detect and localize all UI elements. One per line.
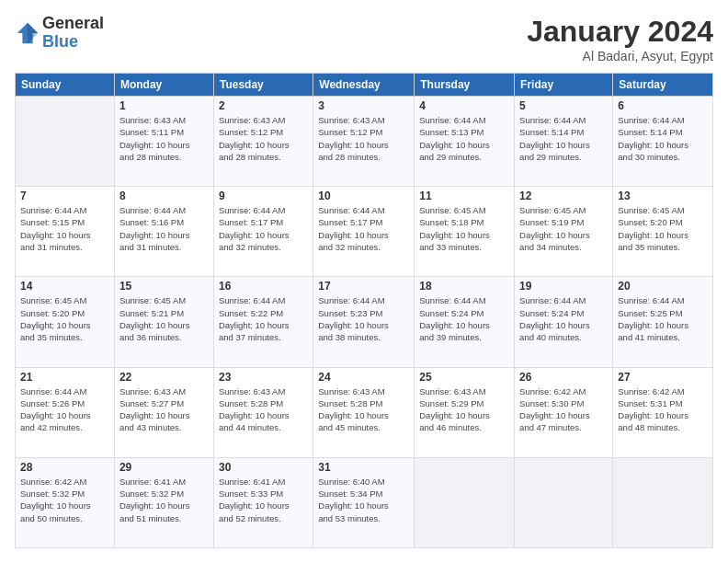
day-info: Sunrise: 6:41 AM Sunset: 5:33 PM Dayligh… — [219, 476, 308, 524]
day-number: 7 — [20, 190, 109, 202]
day-cell: 24Sunrise: 6:43 AM Sunset: 5:28 PM Dayli… — [313, 367, 415, 457]
day-number: 15 — [119, 280, 209, 293]
logo: General Blue — [15, 15, 104, 52]
day-info: Sunrise: 6:44 AM Sunset: 5:24 PM Dayligh… — [419, 294, 509, 343]
week-row-3: 14Sunrise: 6:45 AM Sunset: 5:20 PM Dayli… — [16, 277, 713, 367]
day-cell — [415, 457, 515, 547]
day-info: Sunrise: 6:44 AM Sunset: 5:13 PM Dayligh… — [419, 114, 509, 163]
day-cell: 17Sunrise: 6:44 AM Sunset: 5:23 PM Dayli… — [313, 277, 415, 367]
page: General Blue January 2024 Al Badari, Asy… — [0, 0, 728, 563]
day-info: Sunrise: 6:43 AM Sunset: 5:11 PM Dayligh… — [119, 114, 209, 163]
week-row-4: 21Sunrise: 6:44 AM Sunset: 5:26 PM Dayli… — [16, 367, 713, 457]
day-number: 31 — [318, 461, 409, 474]
day-cell: 9Sunrise: 6:44 AM Sunset: 5:17 PM Daylig… — [213, 187, 313, 277]
month-title: January 2024 — [527, 15, 713, 49]
day-number: 30 — [219, 461, 308, 474]
day-cell: 31Sunrise: 6:40 AM Sunset: 5:34 PM Dayli… — [313, 457, 415, 547]
calendar-table: Sunday Monday Tuesday Wednesday Thursday… — [15, 73, 713, 548]
col-monday: Monday — [114, 74, 213, 97]
day-info: Sunrise: 6:43 AM Sunset: 5:27 PM Dayligh… — [119, 385, 209, 434]
day-number: 24 — [318, 371, 409, 384]
day-info: Sunrise: 6:43 AM Sunset: 5:12 PM Dayligh… — [318, 114, 409, 163]
day-number: 18 — [419, 280, 509, 293]
day-cell: 1Sunrise: 6:43 AM Sunset: 5:11 PM Daylig… — [114, 97, 213, 187]
logo-text: General Blue — [42, 15, 104, 52]
day-cell: 14Sunrise: 6:45 AM Sunset: 5:20 PM Dayli… — [16, 277, 115, 367]
day-info: Sunrise: 6:40 AM Sunset: 5:34 PM Dayligh… — [318, 476, 409, 524]
day-cell — [16, 97, 115, 187]
day-number: 12 — [519, 190, 608, 202]
day-cell: 15Sunrise: 6:45 AM Sunset: 5:21 PM Dayli… — [114, 277, 213, 367]
header-row: Sunday Monday Tuesday Wednesday Thursday… — [16, 74, 713, 97]
logo-general-text: General — [42, 15, 104, 33]
day-info: Sunrise: 6:45 AM Sunset: 5:18 PM Dayligh… — [419, 204, 509, 253]
logo-blue-text: Blue — [42, 33, 104, 52]
col-sunday: Sunday — [16, 74, 115, 97]
day-info: Sunrise: 6:44 AM Sunset: 5:22 PM Dayligh… — [219, 294, 308, 343]
day-info: Sunrise: 6:45 AM Sunset: 5:20 PM Dayligh… — [618, 204, 708, 253]
day-number: 6 — [618, 99, 708, 112]
day-info: Sunrise: 6:44 AM Sunset: 5:24 PM Dayligh… — [519, 294, 608, 343]
day-number: 17 — [318, 280, 409, 293]
day-cell: 11Sunrise: 6:45 AM Sunset: 5:18 PM Dayli… — [415, 187, 515, 277]
col-saturday: Saturday — [613, 74, 713, 97]
day-cell: 2Sunrise: 6:43 AM Sunset: 5:12 PM Daylig… — [213, 97, 313, 187]
day-cell: 4Sunrise: 6:44 AM Sunset: 5:13 PM Daylig… — [415, 97, 515, 187]
day-info: Sunrise: 6:44 AM Sunset: 5:16 PM Dayligh… — [119, 204, 209, 253]
day-info: Sunrise: 6:42 AM Sunset: 5:31 PM Dayligh… — [618, 385, 708, 434]
day-number: 3 — [318, 99, 409, 112]
day-cell: 8Sunrise: 6:44 AM Sunset: 5:16 PM Daylig… — [114, 187, 213, 277]
day-cell: 22Sunrise: 6:43 AM Sunset: 5:27 PM Dayli… — [114, 367, 213, 457]
day-cell: 23Sunrise: 6:43 AM Sunset: 5:28 PM Dayli… — [213, 367, 313, 457]
day-info: Sunrise: 6:45 AM Sunset: 5:21 PM Dayligh… — [119, 294, 209, 343]
day-number: 23 — [219, 371, 308, 384]
day-info: Sunrise: 6:44 AM Sunset: 5:14 PM Dayligh… — [618, 114, 708, 163]
title-block: January 2024 Al Badari, Asyut, Egypt — [527, 15, 713, 63]
day-cell — [515, 457, 613, 547]
day-info: Sunrise: 6:43 AM Sunset: 5:12 PM Dayligh… — [219, 114, 308, 163]
day-number: 28 — [20, 461, 109, 474]
day-number: 21 — [20, 371, 109, 384]
day-cell: 20Sunrise: 6:44 AM Sunset: 5:25 PM Dayli… — [613, 277, 713, 367]
day-cell: 6Sunrise: 6:44 AM Sunset: 5:14 PM Daylig… — [613, 97, 713, 187]
day-info: Sunrise: 6:44 AM Sunset: 5:14 PM Dayligh… — [519, 114, 608, 163]
day-cell: 28Sunrise: 6:42 AM Sunset: 5:32 PM Dayli… — [16, 457, 115, 547]
col-tuesday: Tuesday — [213, 74, 313, 97]
day-number: 1 — [119, 99, 209, 112]
day-number: 19 — [519, 280, 608, 293]
day-info: Sunrise: 6:45 AM Sunset: 5:20 PM Dayligh… — [20, 294, 109, 343]
day-number: 4 — [419, 99, 509, 112]
week-row-1: 1Sunrise: 6:43 AM Sunset: 5:11 PM Daylig… — [16, 97, 713, 187]
day-cell: 29Sunrise: 6:41 AM Sunset: 5:32 PM Dayli… — [114, 457, 213, 547]
day-info: Sunrise: 6:44 AM Sunset: 5:26 PM Dayligh… — [20, 385, 109, 434]
day-number: 8 — [119, 190, 209, 202]
day-cell: 16Sunrise: 6:44 AM Sunset: 5:22 PM Dayli… — [213, 277, 313, 367]
day-cell: 12Sunrise: 6:45 AM Sunset: 5:19 PM Dayli… — [515, 187, 613, 277]
day-number: 5 — [519, 99, 608, 112]
day-cell: 13Sunrise: 6:45 AM Sunset: 5:20 PM Dayli… — [613, 187, 713, 277]
day-cell: 10Sunrise: 6:44 AM Sunset: 5:17 PM Dayli… — [313, 187, 415, 277]
day-number: 9 — [219, 190, 308, 202]
day-number: 10 — [318, 190, 409, 202]
day-number: 25 — [419, 371, 509, 384]
day-cell: 27Sunrise: 6:42 AM Sunset: 5:31 PM Dayli… — [613, 367, 713, 457]
day-number: 26 — [519, 371, 608, 384]
day-number: 2 — [219, 99, 308, 112]
day-number: 11 — [419, 190, 509, 202]
day-info: Sunrise: 6:43 AM Sunset: 5:29 PM Dayligh… — [419, 385, 509, 434]
day-info: Sunrise: 6:45 AM Sunset: 5:19 PM Dayligh… — [519, 204, 608, 253]
col-wednesday: Wednesday — [313, 74, 415, 97]
day-number: 14 — [20, 280, 109, 293]
day-info: Sunrise: 6:44 AM Sunset: 5:17 PM Dayligh… — [219, 204, 308, 253]
day-number: 13 — [618, 190, 708, 202]
day-number: 27 — [618, 371, 708, 384]
day-cell: 3Sunrise: 6:43 AM Sunset: 5:12 PM Daylig… — [313, 97, 415, 187]
day-info: Sunrise: 6:42 AM Sunset: 5:30 PM Dayligh… — [519, 385, 608, 434]
day-info: Sunrise: 6:43 AM Sunset: 5:28 PM Dayligh… — [318, 385, 409, 434]
day-number: 22 — [119, 371, 209, 384]
day-cell: 18Sunrise: 6:44 AM Sunset: 5:24 PM Dayli… — [415, 277, 515, 367]
day-number: 16 — [219, 280, 308, 293]
col-friday: Friday — [515, 74, 613, 97]
day-number: 29 — [119, 461, 209, 474]
day-info: Sunrise: 6:42 AM Sunset: 5:32 PM Dayligh… — [20, 476, 109, 524]
